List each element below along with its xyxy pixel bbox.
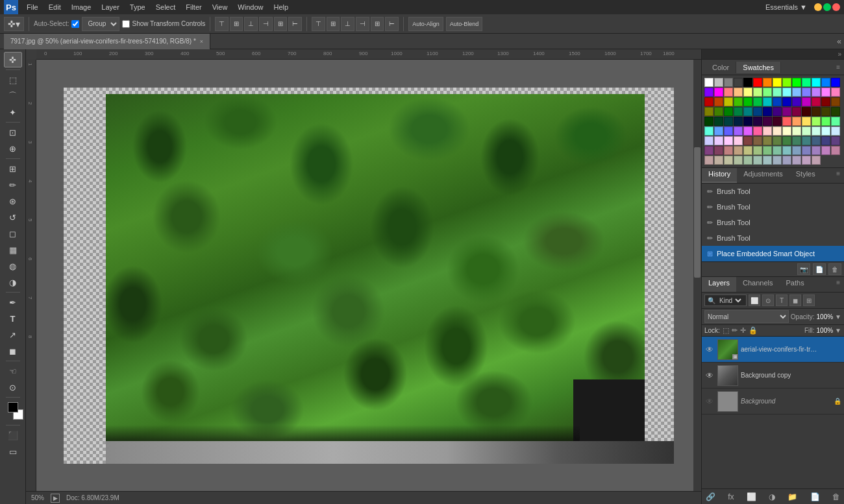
tool-lasso[interactable]: ⌒ (4, 88, 22, 104)
auto-blend-btn[interactable]: Auto-Blend (446, 17, 483, 31)
layer-row-1[interactable]: 👁 ⊞ aerial-view-conifers-fir-tree... (702, 337, 844, 363)
swatch-95[interactable] (812, 136, 821, 145)
swatch-56[interactable] (704, 117, 714, 126)
swatch-44[interactable] (724, 107, 733, 116)
swatch-58[interactable] (724, 117, 733, 126)
swatch-0[interactable] (704, 78, 714, 87)
layer-vis-2[interactable]: 👁 (704, 370, 715, 381)
swatch-106[interactable] (782, 146, 791, 155)
dist-left-btn[interactable]: ⊣ (356, 17, 369, 31)
swatch-20[interactable] (763, 88, 772, 97)
swatch-34[interactable] (763, 97, 772, 106)
swatch-97[interactable] (831, 136, 840, 145)
tool-history-brush[interactable]: ↺ (4, 210, 22, 225)
auto-align-btn[interactable]: Auto-Align (408, 17, 443, 31)
swatch-76[interactable] (763, 126, 772, 136)
swatch-12[interactable] (821, 78, 830, 87)
new-group-btn[interactable]: 📁 (788, 492, 797, 501)
swatch-35[interactable] (773, 97, 782, 106)
history-panel-menu-icon[interactable]: ≡ (832, 168, 844, 183)
swatch-108[interactable] (802, 146, 811, 155)
add-style-btn[interactable]: fx (728, 492, 734, 501)
layer-row-2[interactable]: 👁 Background copy (702, 363, 844, 389)
swatch-40[interactable] (821, 97, 830, 106)
move-tool-icon[interactable]: ✜▾ (4, 17, 24, 31)
swatch-19[interactable] (753, 88, 762, 97)
swatch-5[interactable] (753, 78, 762, 87)
swatch-88[interactable] (743, 136, 752, 145)
swatch-62[interactable] (763, 117, 772, 126)
layers-panel-menu-icon[interactable]: ≡ (832, 277, 844, 292)
swatch-4[interactable] (743, 78, 752, 87)
swatch-63[interactable] (773, 117, 782, 126)
swatch-55[interactable] (831, 107, 840, 116)
zoom-info-btn[interactable]: ▶ (51, 494, 60, 503)
tool-magic-wand[interactable]: ✦ (4, 104, 22, 120)
swatch-29[interactable] (714, 97, 723, 106)
swatch-41[interactable] (831, 97, 840, 106)
tool-healing[interactable]: ⊞ (4, 161, 22, 176)
menu-help[interactable]: Help (269, 2, 293, 12)
tool-zoom[interactable]: ⊙ (4, 379, 22, 395)
swatch-50[interactable] (782, 107, 791, 116)
swatch-7[interactable] (773, 78, 782, 87)
swatch-42[interactable] (704, 107, 714, 116)
swatch-8[interactable] (782, 78, 791, 87)
swatch-64[interactable] (782, 117, 791, 126)
swatch-49[interactable] (773, 107, 782, 116)
swatch-25[interactable] (812, 88, 821, 97)
swatch-24[interactable] (802, 88, 811, 97)
tool-clone-stamp[interactable]: ⊛ (4, 193, 22, 209)
menu-select[interactable]: Select (151, 2, 180, 12)
swatch-77[interactable] (773, 126, 782, 136)
new-adj-btn[interactable]: ◑ (769, 492, 775, 501)
swatch-90[interactable] (763, 136, 772, 145)
swatch-78[interactable] (782, 126, 791, 136)
history-item-1[interactable]: ✏ Brush Tool (702, 184, 844, 199)
swatch-66[interactable] (802, 117, 811, 126)
swatch-84[interactable] (704, 136, 714, 145)
tab-swatches[interactable]: Swatches (736, 62, 781, 73)
workspace-selector[interactable]: Essentials ▼ (761, 2, 812, 12)
swatch-107[interactable] (792, 146, 801, 155)
swatch-14[interactable] (704, 88, 714, 97)
swatch-30[interactable] (724, 97, 733, 106)
swatch-9[interactable] (792, 78, 801, 87)
swatch-119[interactable] (773, 156, 782, 165)
swatch-121[interactable] (792, 156, 801, 165)
swatch-53[interactable] (812, 107, 821, 116)
swatch-46[interactable] (743, 107, 752, 116)
swatch-39[interactable] (812, 97, 821, 106)
swatch-27[interactable] (831, 88, 840, 97)
swatch-23[interactable] (792, 88, 801, 97)
swatch-98[interactable] (704, 146, 714, 155)
tool-screen-mode[interactable]: ▭ (4, 444, 22, 459)
swatch-102[interactable] (743, 146, 752, 155)
swatch-48[interactable] (763, 107, 772, 116)
kind-filter[interactable]: 🔍 Kind (704, 294, 747, 306)
align-hcenter-btn[interactable]: ⊞ (274, 17, 287, 31)
swatch-91[interactable] (773, 136, 782, 145)
menu-filter[interactable]: Filter (181, 2, 206, 12)
swatch-87[interactable] (734, 136, 743, 145)
history-item-4[interactable]: ✏ Brush Tool (702, 230, 844, 246)
tool-hand[interactable]: ☜ (4, 363, 22, 379)
swatch-68[interactable] (821, 117, 830, 126)
document-tab[interactable]: 7917.jpg @ 50% (aerial-view-conifers-fir… (4, 34, 210, 49)
swatch-92[interactable] (782, 136, 791, 145)
swatch-94[interactable] (802, 136, 811, 145)
delete-layer-btn[interactable]: 🗑 (832, 492, 840, 501)
swatch-67[interactable] (812, 117, 821, 126)
vscroll-thumb[interactable] (694, 147, 701, 278)
swatch-85[interactable] (714, 136, 723, 145)
fill-control[interactable]: Fill: 100% ▼ (804, 327, 841, 334)
link-layers-btn[interactable]: 🔗 (706, 492, 715, 501)
swatch-31[interactable] (734, 97, 743, 106)
dist-vcenter-btn[interactable]: ⊞ (327, 17, 340, 31)
align-right-btn[interactable]: ⊢ (288, 17, 302, 31)
panel-collapse-right-icon[interactable]: » (838, 51, 841, 58)
history-create-snapshot-btn[interactable]: 📷 (797, 263, 810, 275)
lock-pixels-icon[interactable]: ⬚ (723, 326, 729, 335)
menu-layer[interactable]: Layer (97, 2, 124, 12)
swatch-79[interactable] (792, 126, 801, 136)
